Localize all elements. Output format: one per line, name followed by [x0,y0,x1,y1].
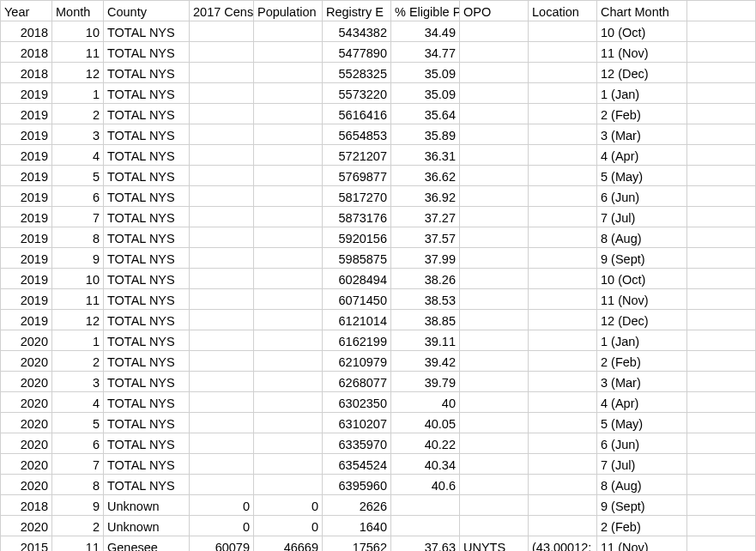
cell-2017-census[interactable]: 0 [190,495,254,516]
cell-pct-eligible[interactable]: 35.09 [391,83,460,104]
cell-chart-month[interactable]: 12 (Dec) [597,63,687,83]
cell-county[interactable]: TOTAL NYS [104,454,190,475]
cell-empty[interactable] [687,433,756,454]
cell-chart-month[interactable]: 11 (Nov) [597,536,687,552]
cell-year[interactable]: 2018 [1,63,52,83]
cell-chart-month[interactable]: 8 (Aug) [597,475,687,495]
cell-empty[interactable] [687,454,756,475]
cell-pct-eligible[interactable]: 40.22 [391,433,460,454]
cell-month[interactable]: 10 [52,269,104,289]
cell-county[interactable]: TOTAL NYS [104,21,190,42]
cell-empty[interactable] [687,413,756,433]
cell-month[interactable]: 11 [52,289,104,310]
cell-opo[interactable] [460,42,529,63]
cell-year[interactable]: 2020 [1,433,52,454]
cell-year[interactable]: 2020 [1,392,52,413]
cell-empty[interactable] [687,475,756,495]
cell-opo[interactable] [460,21,529,42]
cell-pct-eligible[interactable]: 38.26 [391,269,460,289]
cell-registry[interactable]: 5769877 [323,166,391,186]
cell-year[interactable]: 2019 [1,269,52,289]
cell-2017-census[interactable] [190,392,254,413]
cell-registry[interactable]: 6210979 [323,351,391,372]
cell-chart-month[interactable]: 5 (May) [597,413,687,433]
cell-year[interactable]: 2019 [1,145,52,166]
cell-registry[interactable]: 2626 [323,495,391,516]
cell-empty[interactable] [687,269,756,289]
cell-population[interactable]: 0 [254,516,323,536]
cell-registry[interactable]: 5721207 [323,145,391,166]
cell-pct-eligible[interactable]: 37.63 [391,536,460,552]
cell-registry[interactable]: 5616416 [323,104,391,124]
cell-chart-month[interactable]: 2 (Feb) [597,351,687,372]
cell-population[interactable] [254,186,323,207]
cell-location[interactable] [529,42,597,63]
cell-location[interactable] [529,392,597,413]
header-chart-month[interactable]: Chart Month [597,1,687,21]
cell-empty[interactable] [687,21,756,42]
cell-pct-eligible[interactable]: 37.57 [391,227,460,248]
cell-empty[interactable] [687,186,756,207]
cell-county[interactable]: TOTAL NYS [104,289,190,310]
cell-opo[interactable] [460,248,529,269]
cell-registry[interactable]: 5654853 [323,124,391,145]
cell-month[interactable]: 7 [52,454,104,475]
cell-chart-month[interactable]: 10 (Oct) [597,269,687,289]
cell-2017-census[interactable] [190,248,254,269]
cell-location[interactable] [529,145,597,166]
cell-year[interactable]: 2019 [1,124,52,145]
cell-opo[interactable] [460,516,529,536]
cell-population[interactable] [254,227,323,248]
cell-month[interactable]: 6 [52,186,104,207]
cell-empty[interactable] [687,227,756,248]
cell-population[interactable] [254,21,323,42]
cell-empty[interactable] [687,207,756,227]
cell-pct-eligible[interactable]: 39.79 [391,372,460,392]
cell-pct-eligible[interactable]: 36.92 [391,186,460,207]
cell-chart-month[interactable]: 1 (Jan) [597,330,687,351]
cell-pct-eligible[interactable]: 40.6 [391,475,460,495]
cell-registry[interactable]: 6354524 [323,454,391,475]
cell-registry[interactable]: 6071450 [323,289,391,310]
cell-location[interactable] [529,83,597,104]
cell-opo[interactable] [460,413,529,433]
cell-2017-census[interactable] [190,310,254,330]
cell-county[interactable]: TOTAL NYS [104,248,190,269]
cell-location[interactable] [529,124,597,145]
cell-year[interactable]: 2019 [1,248,52,269]
cell-chart-month[interactable]: 4 (Apr) [597,392,687,413]
cell-month[interactable]: 10 [52,21,104,42]
cell-county[interactable]: TOTAL NYS [104,413,190,433]
cell-2017-census[interactable] [190,186,254,207]
cell-registry[interactable]: 6395960 [323,475,391,495]
cell-opo[interactable] [460,124,529,145]
cell-location[interactable] [529,495,597,516]
cell-2017-census[interactable] [190,330,254,351]
cell-chart-month[interactable]: 6 (Jun) [597,433,687,454]
cell-population[interactable] [254,454,323,475]
cell-opo[interactable] [460,433,529,454]
cell-pct-eligible[interactable]: 38.85 [391,310,460,330]
cell-year[interactable]: 2020 [1,330,52,351]
cell-2017-census[interactable]: 60079 [190,536,254,552]
cell-registry[interactable]: 6162199 [323,330,391,351]
cell-opo[interactable] [460,392,529,413]
cell-2017-census[interactable] [190,413,254,433]
cell-population[interactable] [254,63,323,83]
cell-chart-month[interactable]: 9 (Sept) [597,248,687,269]
cell-pct-eligible[interactable] [391,516,460,536]
cell-2017-census[interactable] [190,454,254,475]
cell-month[interactable]: 9 [52,248,104,269]
cell-month[interactable]: 11 [52,536,104,552]
cell-pct-eligible[interactable]: 40.05 [391,413,460,433]
cell-chart-month[interactable]: 11 (Nov) [597,42,687,63]
cell-pct-eligible[interactable]: 35.09 [391,63,460,83]
cell-month[interactable]: 6 [52,433,104,454]
cell-pct-eligible[interactable]: 40.34 [391,454,460,475]
header-registry[interactable]: Registry E [323,1,391,21]
cell-month[interactable]: 12 [52,310,104,330]
cell-population[interactable] [254,248,323,269]
cell-month[interactable]: 4 [52,145,104,166]
cell-location[interactable] [529,372,597,392]
cell-month[interactable]: 12 [52,63,104,83]
